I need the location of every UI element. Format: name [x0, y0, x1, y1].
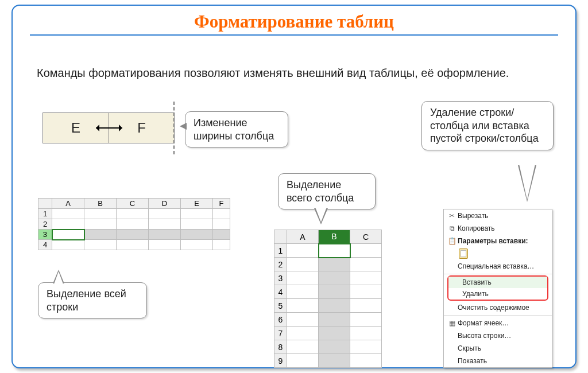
r2-6: 6: [274, 313, 287, 327]
menu-paste-options: 📋 Параметры вставки:: [444, 235, 552, 247]
col2-head-A: A: [287, 230, 319, 244]
column-selection-grid: A B C 1 2 3 4 5 6 7 8 9: [274, 230, 382, 368]
clipboard-icon: 📋: [446, 237, 458, 245]
row-head-2: 2: [38, 219, 52, 230]
col-head-F: F: [213, 199, 230, 209]
menu-hide[interactable]: Скрыть: [444, 342, 552, 355]
r2-9: 9: [274, 354, 287, 368]
callout-context-menu: Удаление строки/столбца или вставка пуст…: [421, 101, 554, 150]
page-title: Форматирование таблиц: [13, 11, 575, 32]
menu-separator-2: [444, 315, 552, 316]
insert-delete-highlight: Вставить Удалить: [447, 275, 548, 301]
r2-5: 5: [274, 299, 287, 313]
callout-tail-row-fill: [54, 271, 63, 284]
row-selection-grid: A B C D E F 1 2 3 4: [38, 198, 230, 250]
title-underline: [30, 34, 558, 36]
paste-icon: [459, 248, 468, 259]
col-head-A: A: [52, 199, 84, 209]
callout-column-width: Изменение ширины столбца: [185, 111, 288, 147]
r2-3: 3: [274, 271, 287, 285]
menu-paste-default[interactable]: [444, 247, 552, 260]
corner-cell: [38, 199, 52, 209]
callout-tail-width: [180, 123, 187, 130]
r2-1: 1: [274, 244, 287, 258]
menu-format-cells[interactable]: ▦ Формат ячеек…: [444, 317, 552, 329]
callout-tail-col-fill: [315, 207, 327, 222]
r2-2: 2: [274, 258, 287, 271]
menu-insert[interactable]: Вставить: [448, 277, 547, 288]
corner-cell-2: [274, 230, 287, 244]
context-menu: ✂ Вырезать ⧉ Копировать 📋 Параметры вста…: [443, 209, 552, 368]
col-head-E: E: [181, 199, 213, 209]
col-head-D: D: [149, 199, 181, 209]
intro-text: Команды форматирования позволяют изменят…: [37, 65, 551, 81]
menu-cut[interactable]: ✂ Вырезать: [444, 209, 552, 222]
menu-separator: [444, 274, 552, 274]
column-width-illustration: E F: [42, 112, 175, 143]
col2-head-B: B: [319, 230, 350, 244]
callout-tail-ctx-fill: [519, 164, 535, 200]
row-head-3: 3: [38, 230, 52, 240]
row-head-4: 4: [38, 240, 52, 250]
r2-4: 4: [274, 285, 287, 299]
copy-icon: ⧉: [446, 224, 458, 232]
menu-clear[interactable]: Очистить содержимое: [444, 301, 552, 314]
r2-8: 8: [274, 340, 287, 354]
col-head-B: B: [84, 199, 117, 209]
col2-head-C: C: [350, 230, 382, 244]
resize-arrow-icon: [96, 127, 122, 129]
callout-select-col: Выделение всего столбца: [278, 173, 376, 209]
scissors-icon: ✂: [446, 212, 458, 220]
row-head-1: 1: [38, 209, 52, 219]
menu-paste-special[interactable]: Специальная вставка…: [444, 260, 552, 273]
format-icon: ▦: [446, 319, 458, 327]
callout-select-row: Выделение всей строки: [38, 282, 147, 318]
menu-copy[interactable]: ⧉ Копировать: [444, 222, 552, 235]
menu-show[interactable]: Показать: [444, 355, 552, 367]
col-head-C: C: [117, 199, 149, 209]
slide-frame: Форматирование таблиц Команды форматиров…: [11, 5, 577, 368]
menu-delete[interactable]: Удалить: [448, 288, 547, 300]
r2-7: 7: [274, 327, 287, 340]
menu-row-height[interactable]: Высота строки…: [444, 329, 552, 342]
resize-guide-line: [173, 102, 175, 154]
